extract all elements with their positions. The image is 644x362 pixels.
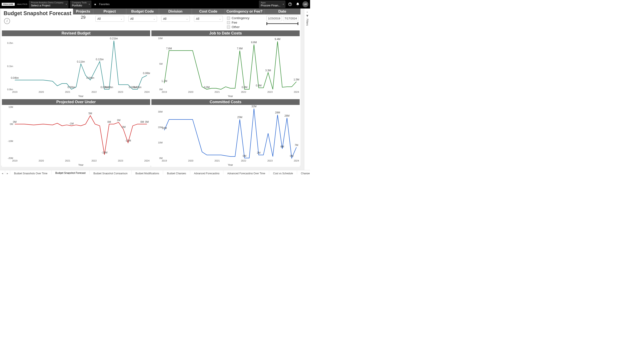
jtd_costs-title: Job to Date Costs [152,30,300,36]
cost-code-filter-header: Cost Code [192,8,225,14]
date-from-input[interactable]: 1/23/2019 [266,16,282,21]
jtd_costs-chart[interactable]: Job to Date Costs0M5M10M2019202020212022… [152,30,300,98]
top-bar: PROCORE ANALYTICS Procore Analytics Demo… [0,0,310,8]
svg-text:6M: 6M [280,145,284,148]
contingency-checkbox[interactable]: Contingency [227,16,262,20]
project-select[interactable]: All⌄ [96,16,124,22]
svg-text:2024: 2024 [294,159,299,162]
revised_budget-title: Revised Budget [2,30,150,36]
svg-text:2020: 2020 [188,91,193,93]
main-content: Budget Snapshot Forecast i Projects 29 P… [0,8,310,170]
svg-text:26M: 26M [284,114,290,117]
tab-advanced-forecasting-over-time[interactable]: Advanced Forecasting Over Time [224,170,269,174]
svg-text:9.4M: 9.4M [275,38,280,41]
star-icon[interactable]: ★ [94,3,96,6]
cost-code-select[interactable]: All⌄ [194,16,222,22]
svg-text:18M: 18M [162,127,167,130]
svg-text:0.00bn: 0.00bn [134,86,142,89]
svg-text:0M: 0M [145,120,149,123]
page-title: Budget Snapshot Forecast [1,8,73,16]
company-project-dropdown[interactable]: Procore Analytics Demo Company Select a … [29,1,68,8]
favorites-link[interactable]: Favorites [99,3,110,6]
svg-text:30M: 30M [158,110,163,113]
filters-pane-toggle[interactable]: « Filters [304,8,310,170]
svg-text:2020: 2020 [38,159,44,162]
svg-text:3.3M: 3.3M [265,69,271,72]
fee-checkbox[interactable]: Fee [227,20,262,25]
svg-text:Year: Year [228,164,233,167]
svg-text:0.2bn: 0.2bn [7,42,13,44]
svg-text:2019: 2019 [12,159,18,162]
help-icon[interactable] [287,1,293,7]
tab-change-events[interactable]: Change Events [297,170,310,174]
filter-icon [306,14,309,17]
svg-text:2022: 2022 [241,91,246,93]
svg-text:0.1bn: 0.1bn [7,65,13,67]
svg-text:0M: 0M [159,88,162,91]
projects-header: Projects [73,8,93,14]
tabs-prev-button[interactable]: ◂ [0,170,5,174]
contingency-options: Contingency Fee Other [225,14,264,30]
revised_budget-chart[interactable]: Revised Budget0.0bn0.1bn0.2bn20192020202… [2,30,150,98]
svg-text:10M: 10M [158,37,163,39]
chevron-down-icon: ⌄ [219,18,221,20]
tabs-next-button[interactable]: ▸ [5,170,10,174]
svg-text:7.6M: 7.6M [237,47,243,50]
proj_over_under-chart[interactable]: Projected Over Under-20M-10M0M10M2019202… [2,99,150,167]
svg-text:2023: 2023 [118,91,123,93]
division-select[interactable]: All⌄ [161,16,190,22]
company-tools-dropdown[interactable]: Company Tools Portfolio ▾ [70,1,92,8]
svg-text:2019: 2019 [162,91,167,93]
chevron-left-icon: « [306,11,308,13]
svg-text:10M: 10M [8,106,13,108]
contingency-filter-header: Contingency or Fee? [225,8,264,14]
svg-text:0.00bn: 0.00bn [68,86,76,89]
svg-text:2024: 2024 [144,91,150,93]
svg-text:0.04bn: 0.04bn [11,76,19,79]
svg-text:0M: 0M [10,123,13,126]
apps-dropdown[interactable]: Apps Procore Finan... ▾ [259,1,286,8]
logo: PROCORE [2,3,15,6]
committed_costs-chart[interactable]: Committed Costs0M10M20M30M20192020202120… [152,99,300,167]
tab-advanced-forecasting[interactable]: Advanced Forecasting [190,170,224,174]
date-range-slider[interactable] [266,23,298,24]
svg-text:7M: 7M [294,144,298,147]
division-filter-header: Division [159,8,192,14]
svg-text:1.5M: 1.5M [294,78,299,81]
svg-text:0.0M: 0.0M [242,86,248,89]
user-avatar[interactable]: LK [302,1,308,7]
report-tabs: ◂ ▸ Budget Snapshots Over TimeBudget Sna… [0,170,310,174]
budget-code-select[interactable]: All⌄ [128,16,157,22]
svg-text:2022: 2022 [91,159,97,162]
svg-text:2021: 2021 [214,91,220,93]
svg-text:2020: 2020 [188,159,193,162]
info-icon[interactable]: i [4,18,10,24]
tab-budget-changes[interactable]: Budget Changes [163,170,190,174]
other-checkbox[interactable]: Other [227,25,262,29]
chevron-down-icon: ⌄ [186,18,188,20]
tab-budget-snapshot-comparison[interactable]: Budget Snapshot Comparison [90,170,132,174]
svg-text:2021: 2021 [65,91,70,93]
svg-text:2019: 2019 [162,159,167,162]
svg-text:0M: 0M [243,154,246,157]
svg-text:0.0bn: 0.0bn [7,88,13,91]
tab-budget-snapshot-forecast[interactable]: Budget Snapshot Forecast [52,170,90,174]
tab-budget-modifications[interactable]: Budget Modifications [132,170,163,174]
projects-count: 29 [73,14,93,20]
svg-text:7.6M: 7.6M [166,47,172,50]
svg-text:-3M: -3M [121,126,126,129]
date-to-input[interactable]: 7/17/2024 [283,16,298,21]
svg-text:0.00bn: 0.00bn [105,86,113,89]
svg-text:2023: 2023 [267,91,272,93]
caret-down-icon: ▾ [66,3,67,5]
caret-down-icon: ▾ [283,3,284,5]
svg-text:Year: Year [78,164,83,167]
svg-text:0M: 0M [140,120,144,123]
tab-cost-vs-schedule[interactable]: Cost vs Schedule [269,170,297,174]
svg-text:-10M: -10M [8,140,13,142]
bell-icon[interactable] [295,1,301,7]
tab-budget-snapshots-over-time[interactable]: Budget Snapshots Over Time [10,170,52,174]
project-filter-header: Project [93,8,126,14]
svg-text:2021: 2021 [214,159,220,162]
svg-text:-1M: -1M [69,122,74,125]
